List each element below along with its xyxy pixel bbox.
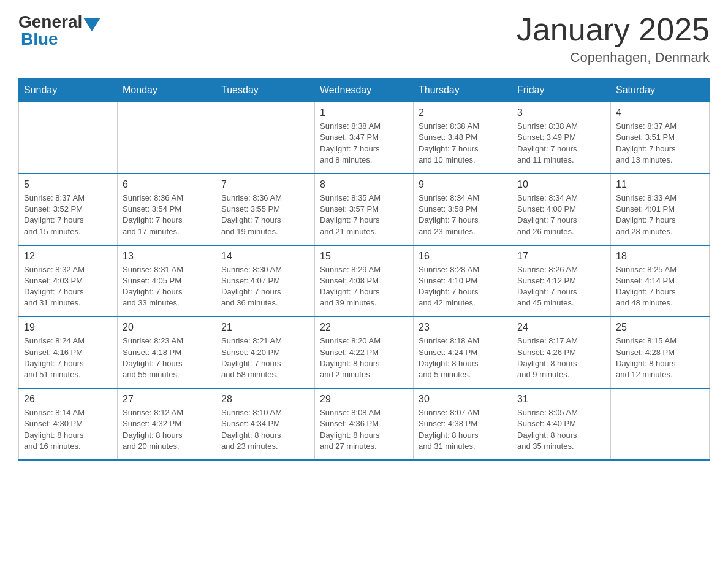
day-info: Sunrise: 8:12 AM Sunset: 4:32 PM Dayligh… [123, 407, 211, 452]
day-info: Sunrise: 8:10 AM Sunset: 4:34 PM Dayligh… [221, 407, 309, 452]
day-cell: 6Sunrise: 8:36 AM Sunset: 3:54 PM Daylig… [118, 174, 216, 245]
day-info: Sunrise: 8:37 AM Sunset: 3:52 PM Dayligh… [24, 193, 112, 237]
day-info: Sunrise: 8:36 AM Sunset: 3:55 PM Dayligh… [221, 193, 309, 237]
day-info: Sunrise: 8:38 AM Sunset: 3:47 PM Dayligh… [320, 121, 408, 166]
day-info: Sunrise: 8:07 AM Sunset: 4:38 PM Dayligh… [419, 407, 507, 452]
week-row-5: 26Sunrise: 8:14 AM Sunset: 4:30 PM Dayli… [19, 388, 710, 460]
day-info: Sunrise: 8:15 AM Sunset: 4:28 PM Dayligh… [616, 335, 704, 380]
day-cell: 28Sunrise: 8:10 AM Sunset: 4:34 PM Dayli… [216, 388, 315, 460]
day-info: Sunrise: 8:17 AM Sunset: 4:26 PM Dayligh… [517, 335, 605, 380]
day-cell [216, 102, 315, 174]
day-info: Sunrise: 8:05 AM Sunset: 4:40 PM Dayligh… [517, 407, 605, 452]
day-number: 27 [123, 394, 211, 405]
day-number: 24 [517, 322, 605, 333]
day-info: Sunrise: 8:20 AM Sunset: 4:22 PM Dayligh… [320, 335, 408, 380]
day-number: 18 [616, 251, 704, 262]
day-cell: 8Sunrise: 8:35 AM Sunset: 3:57 PM Daylig… [315, 174, 414, 245]
header-monday: Monday [118, 79, 216, 102]
day-cell: 18Sunrise: 8:25 AM Sunset: 4:14 PM Dayli… [611, 245, 710, 317]
day-info: Sunrise: 8:26 AM Sunset: 4:12 PM Dayligh… [517, 264, 605, 309]
day-number: 10 [517, 179, 605, 190]
day-number: 5 [24, 179, 112, 190]
logo-blue: Blue [18, 29, 58, 49]
day-number: 4 [616, 107, 704, 118]
day-cell: 15Sunrise: 8:29 AM Sunset: 4:08 PM Dayli… [315, 245, 414, 317]
day-cell: 1Sunrise: 8:38 AM Sunset: 3:47 PM Daylig… [315, 102, 414, 174]
day-info: Sunrise: 8:23 AM Sunset: 4:18 PM Dayligh… [123, 335, 211, 380]
day-cell: 2Sunrise: 8:38 AM Sunset: 3:48 PM Daylig… [414, 102, 512, 174]
day-number: 13 [123, 251, 211, 262]
day-info: Sunrise: 8:25 AM Sunset: 4:14 PM Dayligh… [616, 264, 704, 309]
day-number: 20 [123, 322, 211, 333]
day-info: Sunrise: 8:24 AM Sunset: 4:16 PM Dayligh… [24, 335, 112, 380]
day-info: Sunrise: 8:18 AM Sunset: 4:24 PM Dayligh… [419, 335, 507, 380]
day-info: Sunrise: 8:34 AM Sunset: 3:58 PM Dayligh… [419, 193, 507, 237]
page-header: General Blue January 2025 Copenhagen, De… [18, 12, 710, 66]
header-thursday: Thursday [414, 79, 512, 102]
day-number: 8 [320, 179, 408, 190]
day-cell: 24Sunrise: 8:17 AM Sunset: 4:26 PM Dayli… [512, 316, 611, 388]
header-saturday: Saturday [611, 79, 710, 102]
day-cell: 10Sunrise: 8:34 AM Sunset: 4:00 PM Dayli… [512, 174, 611, 245]
day-number: 16 [419, 251, 507, 262]
day-cell: 14Sunrise: 8:30 AM Sunset: 4:07 PM Dayli… [216, 245, 315, 317]
day-info: Sunrise: 8:29 AM Sunset: 4:08 PM Dayligh… [320, 264, 408, 309]
day-info: Sunrise: 8:28 AM Sunset: 4:10 PM Dayligh… [419, 264, 507, 309]
week-row-3: 12Sunrise: 8:32 AM Sunset: 4:03 PM Dayli… [19, 245, 710, 317]
day-number: 29 [320, 394, 408, 405]
day-cell: 23Sunrise: 8:18 AM Sunset: 4:24 PM Dayli… [414, 316, 512, 388]
logo: General Blue [18, 12, 102, 49]
day-cell: 9Sunrise: 8:34 AM Sunset: 3:58 PM Daylig… [414, 174, 512, 245]
day-number: 17 [517, 251, 605, 262]
day-number: 14 [221, 251, 309, 262]
day-cell: 21Sunrise: 8:21 AM Sunset: 4:20 PM Dayli… [216, 316, 315, 388]
day-cell: 25Sunrise: 8:15 AM Sunset: 4:28 PM Dayli… [611, 316, 710, 388]
calendar-header-row: SundayMondayTuesdayWednesdayThursdayFrid… [19, 79, 710, 102]
day-cell: 17Sunrise: 8:26 AM Sunset: 4:12 PM Dayli… [512, 245, 611, 317]
logo-triangle-icon [83, 18, 100, 31]
day-number: 25 [616, 322, 704, 333]
day-cell: 5Sunrise: 8:37 AM Sunset: 3:52 PM Daylig… [19, 174, 118, 245]
day-cell: 22Sunrise: 8:20 AM Sunset: 4:22 PM Dayli… [315, 316, 414, 388]
day-number: 9 [419, 179, 507, 190]
title-section: January 2025 Copenhagen, Denmark [517, 12, 710, 66]
calendar-title: January 2025 [517, 12, 710, 47]
day-cell: 20Sunrise: 8:23 AM Sunset: 4:18 PM Dayli… [118, 316, 216, 388]
day-number: 7 [221, 179, 309, 190]
day-cell: 16Sunrise: 8:28 AM Sunset: 4:10 PM Dayli… [414, 245, 512, 317]
day-cell: 13Sunrise: 8:31 AM Sunset: 4:05 PM Dayli… [118, 245, 216, 317]
day-number: 15 [320, 251, 408, 262]
day-cell: 29Sunrise: 8:08 AM Sunset: 4:36 PM Dayli… [315, 388, 414, 460]
day-info: Sunrise: 8:38 AM Sunset: 3:48 PM Dayligh… [419, 121, 507, 166]
day-info: Sunrise: 8:30 AM Sunset: 4:07 PM Dayligh… [221, 264, 309, 309]
day-cell: 7Sunrise: 8:36 AM Sunset: 3:55 PM Daylig… [216, 174, 315, 245]
day-number: 3 [517, 107, 605, 118]
calendar-subtitle: Copenhagen, Denmark [517, 50, 710, 66]
day-number: 31 [517, 394, 605, 405]
header-wednesday: Wednesday [315, 79, 414, 102]
day-number: 19 [24, 322, 112, 333]
day-info: Sunrise: 8:35 AM Sunset: 3:57 PM Dayligh… [320, 193, 408, 237]
day-info: Sunrise: 8:21 AM Sunset: 4:20 PM Dayligh… [221, 335, 309, 380]
day-cell: 11Sunrise: 8:33 AM Sunset: 4:01 PM Dayli… [611, 174, 710, 245]
header-sunday: Sunday [19, 79, 118, 102]
day-number: 26 [24, 394, 112, 405]
day-info: Sunrise: 8:32 AM Sunset: 4:03 PM Dayligh… [24, 264, 112, 309]
day-number: 28 [221, 394, 309, 405]
week-row-4: 19Sunrise: 8:24 AM Sunset: 4:16 PM Dayli… [19, 316, 710, 388]
day-cell: 30Sunrise: 8:07 AM Sunset: 4:38 PM Dayli… [414, 388, 512, 460]
day-cell: 4Sunrise: 8:37 AM Sunset: 3:51 PM Daylig… [611, 102, 710, 174]
day-cell: 12Sunrise: 8:32 AM Sunset: 4:03 PM Dayli… [19, 245, 118, 317]
day-cell: 19Sunrise: 8:24 AM Sunset: 4:16 PM Dayli… [19, 316, 118, 388]
day-number: 1 [320, 107, 408, 118]
day-number: 11 [616, 179, 704, 190]
day-info: Sunrise: 8:08 AM Sunset: 4:36 PM Dayligh… [320, 407, 408, 452]
day-number: 23 [419, 322, 507, 333]
day-info: Sunrise: 8:36 AM Sunset: 3:54 PM Dayligh… [123, 193, 211, 237]
day-info: Sunrise: 8:31 AM Sunset: 4:05 PM Dayligh… [123, 264, 211, 309]
day-number: 12 [24, 251, 112, 262]
day-cell [611, 388, 710, 460]
day-number: 22 [320, 322, 408, 333]
week-row-2: 5Sunrise: 8:37 AM Sunset: 3:52 PM Daylig… [19, 174, 710, 245]
day-cell: 31Sunrise: 8:05 AM Sunset: 4:40 PM Dayli… [512, 388, 611, 460]
